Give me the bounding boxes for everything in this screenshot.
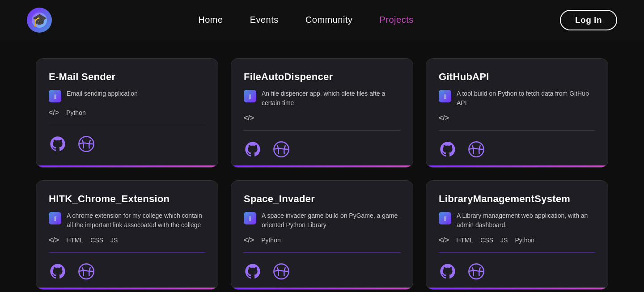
card-actions xyxy=(244,261,400,280)
card-divider xyxy=(49,125,205,125)
info-icon: i xyxy=(49,212,61,224)
card-actions xyxy=(439,139,595,158)
card-divider xyxy=(439,252,595,253)
card-description-row: iA space invader game build on PyGame, a… xyxy=(244,211,400,230)
card-actions xyxy=(439,261,595,280)
code-icon: </> xyxy=(49,236,59,244)
card-divider xyxy=(244,130,400,131)
tag-label: HTML xyxy=(66,237,83,244)
card-title: LibraryManagementSystem xyxy=(439,193,595,205)
card-actions xyxy=(244,139,400,158)
github-icon[interactable] xyxy=(244,262,262,280)
info-icon: i xyxy=(439,90,451,102)
card-divider xyxy=(244,252,400,253)
code-icon: </> xyxy=(244,114,254,122)
tag-label: HTML xyxy=(456,237,473,244)
tag-label: JS xyxy=(110,237,118,244)
projects-grid: E-Mail SenderiEmail sending application<… xyxy=(0,40,644,292)
code-icon: </> xyxy=(244,236,254,244)
card-divider xyxy=(49,252,205,253)
card-description-row: iA Library management web application, w… xyxy=(439,211,595,230)
card-title: HITK_Chrome_Extension xyxy=(49,193,205,205)
card-tags: </>HTMLCSSJSPython xyxy=(439,236,595,244)
card-title: Space_Invader xyxy=(244,193,400,205)
github-icon[interactable] xyxy=(49,262,67,280)
project-card: GitHubAPIiA tool build on Python to fetc… xyxy=(426,58,608,168)
github-icon[interactable] xyxy=(439,140,457,158)
card-description-row: iAn file dispencer app, which dlete file… xyxy=(244,89,400,108)
dribbble-icon[interactable] xyxy=(467,140,485,158)
card-tags: </> xyxy=(244,114,400,122)
tag-label: JS xyxy=(500,237,508,244)
logo[interactable]: 🎓 xyxy=(27,8,52,33)
nav-community[interactable]: Community xyxy=(305,15,353,25)
project-card: LibraryManagementSystemiA Library manage… xyxy=(426,180,608,290)
project-card: HITK_Chrome_ExtensioniA chrome extension… xyxy=(36,180,218,290)
code-icon: </> xyxy=(439,236,449,244)
card-tags: </>Python xyxy=(244,236,400,244)
tag-label: Python xyxy=(515,237,534,244)
navbar: 🎓 Home Events Community Projects Log in xyxy=(0,0,644,40)
tag-label: CSS xyxy=(480,237,493,244)
nav-projects[interactable]: Projects xyxy=(379,15,413,25)
card-description-row: iA tool build on Python to fetch data fr… xyxy=(439,89,595,108)
info-icon: i xyxy=(244,212,256,224)
tag-label: Python xyxy=(261,237,281,244)
card-description: A chrome extension for my college which … xyxy=(67,211,205,230)
code-icon: </> xyxy=(439,114,449,122)
card-description: Email sending application xyxy=(67,89,138,98)
nav-home[interactable]: Home xyxy=(198,15,223,25)
card-description-row: iA chrome extension for my college which… xyxy=(49,211,205,230)
github-icon[interactable] xyxy=(244,140,262,158)
project-card: FileAutoDispenceriAn file dispencer app,… xyxy=(231,58,413,168)
card-actions xyxy=(49,261,205,280)
project-card: Space_InvaderiA space invader game build… xyxy=(231,180,413,290)
dribbble-icon[interactable] xyxy=(272,262,290,280)
card-actions xyxy=(49,133,205,153)
card-description: An file dispencer app, which dlete files… xyxy=(262,89,400,108)
github-icon[interactable] xyxy=(49,135,67,153)
nav-links: Home Events Community Projects xyxy=(198,15,413,25)
card-description: A space invader game build on PyGame, a … xyxy=(262,211,400,230)
login-button[interactable]: Log in xyxy=(560,10,617,30)
card-description-row: iEmail sending application xyxy=(49,89,205,102)
dribbble-icon[interactable] xyxy=(467,262,485,280)
info-icon: i xyxy=(49,90,61,102)
logo-icon: 🎓 xyxy=(32,13,47,27)
card-description: A tool build on Python to fetch data fro… xyxy=(457,89,595,108)
card-title: FileAutoDispencer xyxy=(244,71,400,83)
card-divider xyxy=(439,130,595,131)
tag-label: Python xyxy=(66,109,86,116)
card-tags: </> xyxy=(439,114,595,122)
tag-label: CSS xyxy=(90,237,103,244)
dribbble-icon[interactable] xyxy=(272,140,290,158)
code-icon: </> xyxy=(49,109,59,117)
card-description: A Library management web application, wi… xyxy=(457,211,595,230)
dribbble-icon[interactable] xyxy=(77,262,95,280)
dribbble-icon[interactable] xyxy=(77,135,95,153)
card-title: GitHubAPI xyxy=(439,71,595,83)
project-card: E-Mail SenderiEmail sending application<… xyxy=(36,58,218,168)
info-icon: i xyxy=(244,90,256,102)
card-tags: </>HTMLCSSJS xyxy=(49,236,205,244)
info-icon: i xyxy=(439,212,451,224)
card-tags: </>Python xyxy=(49,109,205,117)
github-icon[interactable] xyxy=(439,262,457,280)
nav-events[interactable]: Events xyxy=(250,15,279,25)
card-title: E-Mail Sender xyxy=(49,71,205,83)
